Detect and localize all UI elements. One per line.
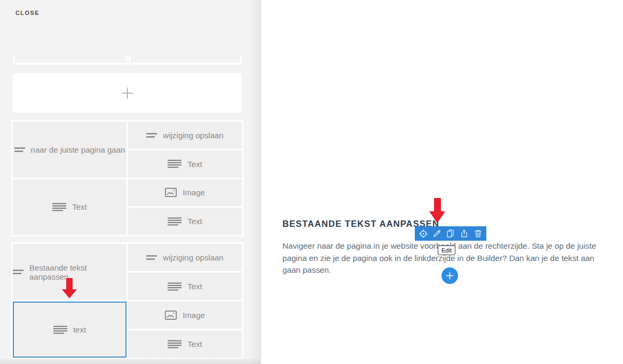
close-button[interactable]: CLOSE bbox=[15, 10, 40, 16]
block-item[interactable]: Image bbox=[128, 302, 242, 329]
block-item[interactable]: Text bbox=[128, 151, 242, 178]
block-item-label: Text bbox=[187, 282, 202, 291]
block-item-partial[interactable] bbox=[13, 56, 128, 65]
export-button[interactable] bbox=[459, 228, 470, 240]
block-item-label: Text bbox=[187, 339, 202, 349]
add-block-placeholder[interactable] bbox=[13, 73, 242, 113]
block-item[interactable]: wijziging opslaan bbox=[128, 122, 242, 149]
duplicate-icon bbox=[446, 229, 455, 238]
heading-icon bbox=[146, 132, 157, 138]
block-item[interactable]: Text bbox=[128, 208, 242, 235]
element-toolbar bbox=[415, 226, 486, 241]
builder-window: CLOSE naar de juiste pagina gaan bbox=[0, 0, 623, 364]
block-item-label: Bestaande tekst aanpassen bbox=[29, 263, 127, 281]
block-item-partial[interactable] bbox=[129, 56, 242, 65]
block-item[interactable]: naar de juiste pagina gaan bbox=[13, 122, 127, 178]
text-icon bbox=[168, 217, 182, 226]
image-icon bbox=[165, 311, 177, 320]
plus-icon bbox=[121, 86, 134, 100]
image-icon bbox=[165, 188, 177, 197]
block-item-label: text bbox=[73, 325, 86, 334]
text-icon bbox=[52, 203, 66, 211]
block-item[interactable]: Image bbox=[128, 179, 242, 207]
text-icon bbox=[53, 326, 67, 334]
block-item-label: Text bbox=[187, 160, 202, 169]
red-arrow-annotation bbox=[429, 198, 445, 223]
heading-icon bbox=[14, 147, 25, 153]
block-item-label: Image bbox=[183, 311, 205, 320]
block-item-label: wijziging opslaan bbox=[163, 131, 223, 140]
block-group-left-column: naar de juiste pagina gaan Text bbox=[13, 122, 127, 235]
add-section-button[interactable] bbox=[441, 267, 458, 284]
edit-button[interactable] bbox=[431, 228, 443, 240]
block-item-selected[interactable]: text bbox=[13, 302, 127, 358]
delete-button[interactable] bbox=[472, 228, 484, 240]
trash-icon bbox=[474, 229, 483, 238]
text-icon bbox=[168, 282, 182, 291]
heading-icon bbox=[146, 255, 157, 260]
heading-icon bbox=[13, 269, 23, 275]
duplicate-button[interactable] bbox=[445, 228, 456, 240]
export-icon bbox=[460, 229, 469, 238]
block-group: naar de juiste pagina gaan Text wijzigin… bbox=[11, 120, 243, 236]
block-item-label: Text bbox=[187, 217, 202, 226]
block-item-label: Image bbox=[183, 188, 205, 197]
text-icon bbox=[168, 160, 182, 168]
block-group-left-column: Bestaande tekst aanpassen text bbox=[13, 244, 127, 358]
block-item[interactable]: Text bbox=[128, 330, 242, 358]
block-item[interactable]: Text bbox=[128, 273, 242, 300]
plus-icon bbox=[445, 271, 454, 280]
block-item-label: Text bbox=[72, 202, 87, 211]
block-item[interactable]: wijziging opslaan bbox=[128, 244, 242, 271]
edit-tooltip: Edit bbox=[438, 246, 455, 255]
block-item-label: wijziging opslaan bbox=[163, 253, 223, 262]
builder-sidebar: CLOSE naar de juiste pagina gaan bbox=[0, 0, 261, 364]
text-icon bbox=[168, 340, 182, 349]
block-item[interactable]: Text bbox=[13, 179, 127, 235]
block-group-right-column: wijziging opslaan Text Image bbox=[128, 244, 242, 358]
block-group-right-column: wijziging opslaan Text Image bbox=[128, 122, 242, 235]
block-item-label: naar de juiste pagina gaan bbox=[31, 145, 125, 154]
pencil-icon bbox=[432, 229, 441, 238]
red-arrow-annotation bbox=[62, 278, 77, 298]
move-crosshair-icon bbox=[419, 229, 428, 239]
panel-bottom-edge bbox=[0, 359, 261, 364]
block-group: Bestaande tekst aanpassen text wijziging… bbox=[11, 242, 243, 359]
move-button[interactable] bbox=[417, 228, 429, 240]
